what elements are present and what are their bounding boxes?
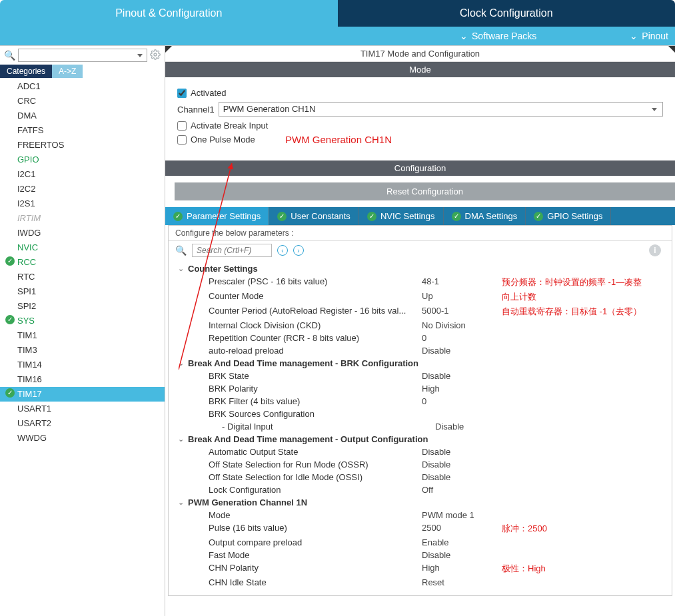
search-next-button[interactable]: › — [293, 245, 304, 256]
param-value: Disable — [422, 447, 502, 457]
param-search-input[interactable] — [192, 244, 272, 257]
param-value: Disable — [422, 346, 502, 356]
sidebar-item-label: TIM3 — [17, 345, 37, 355]
sidebar-item-gpio[interactable]: GPIO — [0, 153, 165, 167]
channel1-dropdown[interactable]: PWM Generation CH1N — [219, 102, 663, 117]
param-row[interactable]: CHN Idle StateReset — [169, 576, 672, 589]
param-value: Up — [422, 291, 502, 303]
sidebar-item-i2s1[interactable]: I2S1 — [0, 196, 165, 211]
info-icon[interactable]: i — [649, 244, 661, 256]
sidebar-item-freertos[interactable]: FREERTOS — [0, 138, 165, 153]
sidebar-item-irtim[interactable]: IRTIM — [0, 211, 165, 226]
tab-pinout-config[interactable]: Pinout & Configuration — [0, 0, 338, 27]
param-row[interactable]: Counter Period (AutoReload Register - 16… — [169, 304, 672, 319]
sidebar-item-usart1[interactable]: USART1 — [0, 402, 165, 416]
param-value: Enable — [422, 537, 502, 547]
param-name: - Digital Input — [222, 422, 435, 432]
param-row[interactable]: Repetition Counter (RCR - 8 bits value)0 — [169, 332, 672, 344]
param-name: Mode — [209, 510, 422, 520]
sidebar-filter-combobox[interactable] — [18, 49, 147, 62]
one-pulse-checkbox[interactable] — [177, 135, 187, 145]
software-packs-label: Software Packs — [472, 31, 536, 41]
sidebar-item-label: TIM1 — [17, 330, 37, 340]
param-row[interactable]: Pulse (16 bits value)2500脉冲：2500 — [169, 521, 672, 536]
param-row[interactable]: Internal Clock Division (CKD)No Division — [169, 319, 672, 332]
search-prev-button[interactable]: ‹ — [277, 245, 288, 256]
param-row[interactable]: Prescaler (PSC - 16 bits value)48-1预分频器：… — [169, 275, 672, 290]
tab-dma-settings[interactable]: ✓DMA Settings — [444, 207, 526, 225]
peripheral-list: ADC1CRCDMAFATFSFREERTOSGPIOI2C1I2C2I2S1I… — [0, 78, 165, 616]
sidebar-item-rtc[interactable]: RTC — [0, 270, 165, 284]
param-name: CHN Idle State — [209, 577, 422, 587]
param-row[interactable]: Lock ConfigurationOff — [169, 483, 672, 496]
software-packs-menu[interactable]: ⌄ Software Packs — [460, 31, 536, 41]
sidebar-item-usart2[interactable]: USART2 — [0, 416, 165, 431]
param-row[interactable]: Off State Selection for Run Mode (OSSR)D… — [169, 458, 672, 471]
param-row[interactable]: BRK PolarityHigh — [169, 382, 672, 395]
sidebar-item-nvic[interactable]: NVIC — [0, 240, 165, 255]
param-row[interactable]: Output compare preloadEnable — [169, 536, 672, 549]
sidebar-item-dma[interactable]: DMA — [0, 109, 165, 123]
param-value: Disable — [422, 460, 502, 469]
param-value: 0 — [422, 396, 502, 406]
sidebar-tab-categories[interactable]: Categories — [0, 65, 52, 78]
sidebar-item-crc[interactable]: CRC — [0, 94, 165, 109]
param-row[interactable]: BRK StateDisable — [169, 370, 672, 382]
param-name: Output compare preload — [209, 537, 422, 547]
sidebar-item-rcc[interactable]: ✓RCC — [0, 255, 165, 270]
sidebar-item-tim1[interactable]: TIM1 — [0, 328, 165, 343]
tab-label: GPIO Settings — [547, 211, 602, 221]
break-input-checkbox[interactable] — [177, 121, 187, 131]
sidebar-item-label: USART1 — [17, 404, 51, 414]
sidebar-item-iwdg[interactable]: IWDG — [0, 226, 165, 240]
sidebar-item-label: SYS — [17, 316, 35, 326]
sidebar-item-wwdg[interactable]: WWDG — [0, 431, 165, 446]
param-row[interactable]: Off State Selection for Idle Mode (OSSI)… — [169, 471, 672, 483]
top-tab-bar: Pinout & Configuration Clock Configurati… — [0, 0, 675, 27]
sidebar-tab-az[interactable]: A->Z — [52, 65, 83, 78]
gear-icon[interactable] — [150, 49, 161, 62]
tab-label: DMA Settings — [465, 211, 518, 221]
sidebar-item-spi1[interactable]: SPI1 — [0, 284, 165, 299]
param-row[interactable]: BRK Sources Configuration — [169, 408, 672, 420]
activated-checkbox[interactable] — [177, 89, 187, 98]
sidebar-item-tim3[interactable]: TIM3 — [0, 343, 165, 358]
tab-gpio-settings[interactable]: ✓GPIO Settings — [526, 207, 611, 225]
param-name: Off State Selection for Run Mode (OSSR) — [209, 460, 422, 469]
sidebar-item-tim17[interactable]: ✓TIM17 — [0, 387, 165, 402]
param-name: CHN Polarity — [209, 563, 422, 575]
panel-collapse-right-icon[interactable] — [668, 46, 675, 53]
param-name: Fast Mode — [209, 550, 422, 560]
annotation-text: 向上计数 — [502, 291, 536, 303]
param-row[interactable]: Counter ModeUp向上计数 — [169, 290, 672, 304]
sidebar-item-sys[interactable]: ✓SYS — [0, 314, 165, 328]
param-row[interactable]: Automatic Output StateDisable — [169, 446, 672, 458]
sidebar-item-fatfs[interactable]: FATFS — [0, 123, 165, 138]
param-row[interactable]: Fast ModeDisable — [169, 549, 672, 561]
param-row[interactable]: - Digital InputDisable — [169, 420, 672, 433]
sidebar-item-i2c2[interactable]: I2C2 — [0, 182, 165, 196]
param-name: Counter Period (AutoReload Register - 16… — [209, 306, 422, 318]
sidebar-item-i2c1[interactable]: I2C1 — [0, 167, 165, 182]
check-icon: ✓ — [5, 256, 15, 266]
pinout-menu[interactable]: ⌄ Pinout — [630, 31, 668, 41]
sidebar-item-spi2[interactable]: SPI2 — [0, 299, 165, 314]
param-row[interactable]: BRK Filter (4 bits value)0 — [169, 395, 672, 408]
tab-parameter-settings[interactable]: ✓Parameter Settings — [165, 207, 269, 225]
param-group[interactable]: ⌄Counter Settings — [169, 262, 672, 275]
sidebar-item-adc1[interactable]: ADC1 — [0, 79, 165, 94]
param-name: Off State Selection for Idle Mode (OSSI) — [209, 472, 422, 482]
param-row[interactable]: auto-reload preloadDisable — [169, 344, 672, 357]
sidebar-item-tim16[interactable]: TIM16 — [0, 372, 165, 387]
param-group[interactable]: ⌄Break And Dead Time management - Output… — [169, 433, 672, 446]
param-row[interactable]: ModePWM mode 1 — [169, 509, 672, 521]
sidebar-item-tim14[interactable]: TIM14 — [0, 358, 165, 372]
param-row[interactable]: CHN PolarityHigh极性：High — [169, 561, 672, 576]
tab-user-constants[interactable]: ✓User Constants — [269, 207, 359, 225]
panel-collapse-left-icon[interactable] — [165, 46, 172, 53]
tab-nvic-settings[interactable]: ✓NVIC Settings — [359, 207, 444, 225]
reset-configuration-button[interactable]: Reset Configuration — [175, 182, 675, 200]
param-group[interactable]: ⌄Break And Dead Time management - BRK Co… — [169, 357, 672, 370]
tab-clock-config[interactable]: Clock Configuration — [338, 0, 676, 27]
param-group[interactable]: ⌄PWM Generation Channel 1N — [169, 496, 672, 509]
